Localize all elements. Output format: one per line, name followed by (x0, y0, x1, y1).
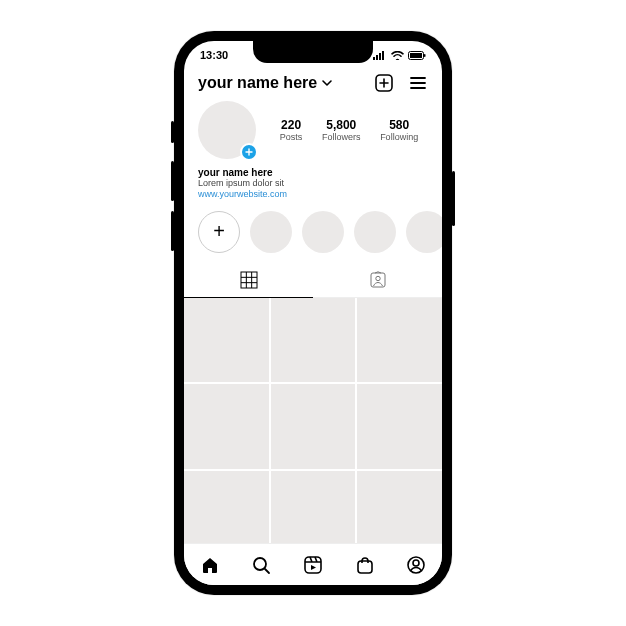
post-grid (184, 298, 442, 543)
highlight-item[interactable] (406, 211, 442, 253)
stat-value: 220 (280, 118, 303, 132)
add-story-badge[interactable] (240, 143, 258, 161)
phone-side-button (171, 211, 174, 251)
create-post-button[interactable] (374, 73, 394, 93)
svg-rect-12 (305, 557, 321, 573)
highlight-item[interactable] (250, 211, 292, 253)
svg-point-15 (413, 560, 419, 566)
status-time: 13:30 (200, 49, 228, 61)
nav-home[interactable] (200, 555, 220, 575)
profile-icon (406, 555, 426, 575)
post-thumbnail[interactable] (271, 298, 356, 383)
svg-point-11 (254, 558, 266, 570)
profile-stats: 220 Posts 5,800 Followers 580 Following (270, 118, 428, 142)
menu-button[interactable] (408, 73, 428, 93)
highlight-item[interactable] (354, 211, 396, 253)
stat-label: Following (380, 132, 418, 142)
svg-rect-13 (358, 561, 372, 573)
tab-grid[interactable] (184, 263, 313, 298)
story-highlights: + (184, 199, 442, 263)
svg-rect-1 (376, 55, 378, 60)
svg-point-10 (375, 276, 379, 280)
svg-rect-5 (410, 53, 422, 58)
bio-name: your name here (198, 167, 428, 178)
post-thumbnail[interactable] (357, 298, 442, 383)
profile-header: your name here (184, 69, 442, 101)
plus-icon (245, 148, 253, 156)
profile-summary: 220 Posts 5,800 Followers 580 Following (184, 101, 442, 159)
svg-rect-0 (373, 57, 375, 60)
stat-posts[interactable]: 220 Posts (280, 118, 303, 142)
post-thumbnail[interactable] (184, 298, 269, 383)
post-thumbnail[interactable] (271, 471, 356, 543)
bio-link[interactable]: www.yourwebsite.com (198, 189, 428, 199)
post-thumbnail[interactable] (357, 471, 442, 543)
svg-rect-8 (241, 272, 257, 288)
plus-square-icon (374, 73, 394, 93)
tagged-icon (369, 271, 387, 289)
stat-value: 580 (380, 118, 418, 132)
profile-bio: your name here Lorem ipsum dolor sit www… (184, 159, 442, 199)
phone-frame: 13:30 your name here (174, 31, 452, 595)
avatar-wrap[interactable] (198, 101, 256, 159)
svg-rect-2 (379, 53, 381, 60)
bio-text: Lorem ipsum dolor sit (198, 178, 428, 189)
phone-side-button (171, 161, 174, 201)
post-thumbnail[interactable] (271, 384, 356, 469)
chevron-down-icon (321, 77, 333, 89)
svg-rect-6 (424, 54, 426, 57)
search-icon (251, 555, 271, 575)
grid-icon (240, 271, 258, 289)
stat-followers[interactable]: 5,800 Followers (322, 118, 361, 142)
wifi-icon (391, 51, 404, 60)
signal-icon (373, 51, 387, 60)
highlight-item[interactable] (302, 211, 344, 253)
status-icons (373, 51, 426, 60)
stat-label: Posts (280, 132, 303, 142)
svg-rect-9 (371, 273, 385, 287)
shop-icon (355, 555, 375, 575)
nav-search[interactable] (251, 555, 271, 575)
nav-profile[interactable] (406, 555, 426, 575)
nav-shop[interactable] (355, 555, 375, 575)
reels-icon (303, 555, 323, 575)
phone-side-button (171, 121, 174, 143)
svg-rect-3 (382, 51, 384, 60)
highlight-new[interactable]: + (198, 211, 240, 253)
notch (253, 41, 373, 63)
battery-icon (408, 51, 426, 60)
profile-tabs (184, 263, 442, 298)
username-text: your name here (198, 74, 317, 92)
username-dropdown[interactable]: your name here (198, 74, 333, 92)
hamburger-icon (408, 73, 428, 93)
home-icon (200, 555, 220, 575)
phone-side-button (452, 171, 455, 226)
bottom-nav (184, 543, 442, 585)
post-thumbnail[interactable] (184, 384, 269, 469)
stat-following[interactable]: 580 Following (380, 118, 418, 142)
stat-value: 5,800 (322, 118, 361, 132)
screen: 13:30 your name here (184, 41, 442, 585)
post-thumbnail[interactable] (357, 384, 442, 469)
tab-tagged[interactable] (313, 263, 442, 297)
stat-label: Followers (322, 132, 361, 142)
post-thumbnail[interactable] (184, 471, 269, 543)
nav-reels[interactable] (303, 555, 323, 575)
